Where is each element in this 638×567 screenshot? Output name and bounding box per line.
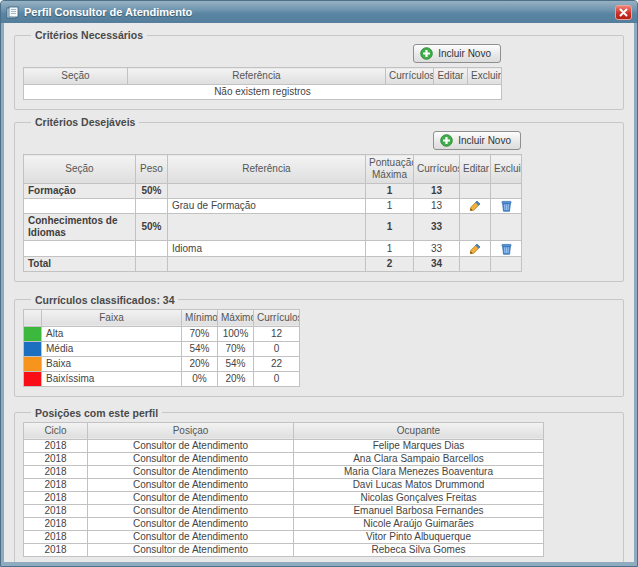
cell-minimo: 70% (182, 326, 218, 341)
cell-posicao: Consultor de Atendimento (88, 439, 294, 452)
cell-posicao: Consultor de Atendimento (88, 530, 294, 543)
table-row: Idioma133 (24, 241, 522, 256)
section-legend: Critérios Necessários (31, 29, 147, 41)
cell-excluir (491, 199, 522, 214)
cell-peso: 50% (136, 184, 168, 199)
cell-editar (460, 241, 491, 256)
cell-posicao: Consultor de Atendimento (88, 491, 294, 504)
header-row: Seção Peso Referência Pontuação Máxima C… (24, 155, 522, 184)
table-row: Baixíssima0%20%0 (24, 371, 300, 386)
cell-secao: Formação (24, 184, 136, 199)
trash-icon (501, 200, 512, 212)
cell-ocupante: Nicole Araújo Guimarães (294, 517, 544, 530)
incluir-novo-button[interactable]: Incluir Novo (433, 131, 521, 150)
column-header: Pontuação Máxima (366, 155, 414, 184)
edit-button[interactable] (469, 243, 481, 255)
cell-curriculos: 0 (254, 371, 300, 386)
cell-pontuacao: 1 (366, 214, 414, 241)
faixa-color-swatch (24, 371, 42, 386)
cell-minimo: 54% (182, 341, 218, 356)
cell-faixa: Média (42, 341, 182, 356)
column-header: Máximo (218, 309, 254, 326)
section-posicoes: Posições com este perfil Ciclo Posiçao O… (14, 407, 624, 562)
cell-posicao: Consultor de Atendimento (88, 504, 294, 517)
table-row: 2018Consultor de AtendimentoFelipe Marqu… (24, 439, 544, 452)
criterios-necessarios-table: Seção Referência Currículos Editar Exclu… (23, 67, 502, 100)
curriculos-classificados-body: Alta70%100%12Média54%70%0Baixa20%54%22Ba… (24, 326, 300, 386)
table-row: 2018Consultor de AtendimentoEmanuel Barb… (24, 504, 544, 517)
criterios-desejaveis-table: Seção Peso Referência Pontuação Máxima C… (23, 154, 522, 272)
column-header: Editar (434, 68, 468, 85)
trash-icon (501, 243, 512, 255)
add-icon (440, 134, 453, 147)
curriculos-classificados-table: Faixa Mínimo Máximo Currículos Alta70%10… (23, 309, 300, 387)
cell-curriculos: 34 (414, 256, 460, 271)
posicoes-table: Ciclo Posiçao Ocupante 2018Consultor de … (23, 422, 544, 557)
table-row: Conhecimentos de Idiomas50%133 (24, 214, 522, 241)
column-header: Posiçao (88, 422, 294, 439)
cell-secao: Conhecimentos de Idiomas (24, 214, 136, 241)
cell-referencia (168, 184, 366, 199)
cell-maximo: 20% (218, 371, 254, 386)
table-row: 2018Consultor de AtendimentoNicole Araúj… (24, 517, 544, 530)
table-row: 2018Consultor de AtendimentoAna Clara Sa… (24, 452, 544, 465)
cell-ocupante: Felipe Marques Dias (294, 439, 544, 452)
table-row: 2018Consultor de AtendimentoRebeca Silva… (24, 543, 544, 556)
add-icon (420, 47, 433, 60)
cell-editar (460, 199, 491, 214)
section-legend: Currículos classificados: 34 (31, 294, 178, 306)
cell-maximo: 100% (218, 326, 254, 341)
cell-curriculos: 22 (254, 356, 300, 371)
cell-peso: 50% (136, 214, 168, 241)
column-header (24, 309, 42, 326)
cell-maximo: 54% (218, 356, 254, 371)
column-header: Seção (24, 68, 128, 85)
cell-minimo: 0% (182, 371, 218, 386)
cell-ciclo: 2018 (24, 465, 88, 478)
cell-curriculos: 12 (254, 326, 300, 341)
cell-ocupante: Maria Clara Menezes Boaventura (294, 465, 544, 478)
column-header: Excluir (491, 155, 522, 184)
cell-excluir (491, 241, 522, 256)
cell-editar (460, 214, 491, 241)
delete-button[interactable] (501, 243, 512, 255)
cell-referencia: Idioma (168, 241, 366, 256)
cell-referencia: Grau de Formação (168, 199, 366, 214)
section-criterios-necessarios: Critérios Necessários Incluir Novo (14, 29, 624, 110)
cell-ocupante: Vitor Pinto Albuquerque (294, 530, 544, 543)
table-row: Média54%70%0 (24, 341, 300, 356)
empty-message: Não existem registros (24, 85, 502, 100)
cell-excluir (491, 184, 522, 199)
cell-curriculos: 13 (414, 199, 460, 214)
title-bar: Perfil Consultor de Atendimento (1, 1, 637, 23)
close-button[interactable] (615, 5, 632, 20)
empty-row: Não existem registros (24, 85, 502, 100)
edit-button[interactable] (469, 200, 481, 212)
cell-ciclo: 2018 (24, 517, 88, 530)
column-header: Referência (128, 68, 386, 85)
table-row: 2018Consultor de AtendimentoDavi Lucas M… (24, 478, 544, 491)
cell-ciclo: 2018 (24, 530, 88, 543)
cell-editar (460, 256, 491, 271)
incluir-novo-button[interactable]: Incluir Novo (413, 44, 501, 63)
cell-curriculos: 13 (414, 184, 460, 199)
table-row: 2018Consultor de AtendimentoMaria Clara … (24, 465, 544, 478)
cell-pontuacao: 1 (366, 184, 414, 199)
cell-ocupante: Ana Clara Sampaio Barcellos (294, 452, 544, 465)
faixa-color-swatch (24, 356, 42, 371)
cell-referencia (168, 214, 366, 241)
table-row: Total234 (24, 256, 522, 271)
delete-button[interactable] (501, 200, 512, 212)
table-row: 2018Consultor de AtendimentoVitor Pinto … (24, 530, 544, 543)
section-curriculos-classificados: Currículos classificados: 34 Faixa Mínim… (14, 294, 624, 397)
faixa-color-swatch (24, 341, 42, 356)
cell-maximo: 70% (218, 341, 254, 356)
pencil-icon (469, 243, 481, 255)
cell-pontuacao: 1 (366, 241, 414, 256)
cell-minimo: 20% (182, 356, 218, 371)
cell-ciclo: 2018 (24, 478, 88, 491)
column-header: Faixa (42, 309, 182, 326)
cell-pontuacao: 2 (366, 256, 414, 271)
posicoes-body: 2018Consultor de AtendimentoFelipe Marqu… (24, 439, 544, 556)
cell-pontuacao: 1 (366, 199, 414, 214)
